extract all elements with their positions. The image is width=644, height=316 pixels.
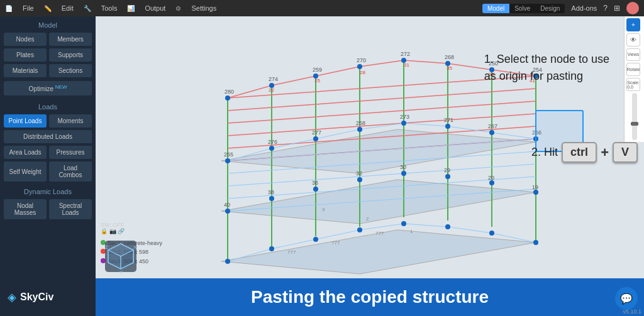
svg-point-53 — [269, 146, 274, 151]
loads-section-header: Loads — [0, 98, 96, 113]
svg-point-72 — [401, 221, 406, 226]
svg-text:3: 3 — [322, 207, 325, 212]
svg-text:250: 250 — [489, 60, 498, 67]
svg-point-58 — [489, 130, 494, 135]
output-menu[interactable]: Output — [145, 4, 165, 12]
svg-point-57 — [445, 124, 450, 129]
scale-slider[interactable] — [632, 93, 637, 140]
mode-tabs: Model Solve Design — [482, 4, 565, 13]
moments-button[interactable]: Moments — [49, 114, 92, 128]
spectral-loads-button[interactable]: Spectral Loads — [49, 199, 92, 219]
file-menu[interactable]: File — [23, 4, 34, 12]
svg-text:274: 274 — [269, 76, 278, 82]
svg-text:30: 30 — [400, 164, 406, 170]
skyciv-logo-text: SkyCiv — [20, 291, 53, 303]
sections-button[interactable]: Sections — [49, 64, 92, 77]
svg-point-67 — [533, 190, 538, 195]
axis-indicator: X Y Z — [102, 237, 140, 275]
tools-menu[interactable]: Tools — [101, 4, 118, 12]
mode-tab-solve[interactable]: Solve — [509, 4, 535, 13]
svg-text:271: 271 — [444, 117, 453, 123]
settings-menu[interactable]: Settings — [191, 4, 216, 12]
new-badge: NEW — [55, 84, 67, 90]
dynamic-loads-header: Dynamic Loads — [0, 183, 96, 198]
svg-point-65 — [445, 174, 450, 179]
area-loads-button[interactable]: Area Loads — [4, 146, 47, 159]
self-weight-button[interactable]: Self Weight — [4, 161, 47, 182]
rotate-button[interactable]: Rotate — [626, 63, 640, 76]
svg-point-44 — [225, 95, 230, 101]
svg-point-70 — [313, 237, 318, 242]
chat-button[interactable]: 💬 — [615, 287, 638, 310]
svg-point-64 — [401, 171, 406, 176]
svg-point-61 — [269, 196, 274, 201]
svg-text:X: X — [133, 244, 137, 250]
svg-text:777: 777 — [287, 249, 296, 255]
help-button[interactable]: ? — [603, 4, 608, 13]
distributed-loads-button[interactable]: Distributed Loads — [4, 130, 92, 143]
svg-text:40: 40 — [224, 202, 230, 208]
mode-tab-model[interactable]: Model — [482, 4, 509, 13]
svg-point-54 — [313, 136, 318, 141]
add-button[interactable]: + — [626, 18, 640, 31]
edit-menu[interactable]: Edit — [62, 4, 74, 12]
svg-text:31: 31 — [404, 62, 409, 68]
svg-text:777: 777 — [331, 240, 340, 246]
svg-point-60 — [225, 209, 230, 214]
sidebar-logo: ◈ SkyCiv — [0, 278, 96, 316]
svg-text:270: 270 — [357, 57, 366, 63]
sw-indicator: SW: OFF 🔒 📷 🔗 — [101, 222, 125, 234]
structure-svg: 254 250 268 272 270 259 274 280 41 38 35… — [96, 16, 644, 316]
right-toolbar: + 👁 Views Rotate Scale:0.0 — [624, 16, 644, 142]
svg-point-56 — [401, 121, 406, 126]
mode-tab-design[interactable]: Design — [535, 4, 565, 13]
svg-text:28: 28 — [360, 70, 365, 75]
nodal-masses-button[interactable]: Nodal Masses — [4, 199, 47, 219]
banner-text: Pasting the copied structure — [251, 287, 489, 307]
svg-point-75 — [533, 240, 538, 245]
plates-button[interactable]: Plates — [4, 48, 47, 62]
svg-text:20: 20 — [488, 175, 494, 181]
svg-point-71 — [357, 227, 362, 232]
svg-text:Z: Z — [105, 244, 108, 250]
svg-point-55 — [357, 127, 362, 132]
tools-icon: 🔧 — [84, 5, 91, 12]
output-icon: 📊 — [127, 5, 135, 12]
svg-point-52 — [225, 158, 230, 163]
svg-text:1: 1 — [410, 229, 413, 234]
svg-text:259: 259 — [313, 67, 322, 73]
members-button[interactable]: Members — [49, 33, 92, 46]
load-combos-button[interactable]: Load Combos — [49, 161, 92, 182]
file-icon: 📄 — [5, 5, 13, 12]
nodes-button[interactable]: Nodes — [4, 33, 47, 46]
eye-button[interactable]: 👁 — [626, 33, 640, 46]
svg-text:777: 777 — [375, 231, 384, 236]
svg-text:29: 29 — [444, 167, 450, 173]
materials-button[interactable]: Materials — [4, 64, 47, 77]
optimize-button[interactable]: Optimize NEW — [4, 81, 92, 95]
svg-point-66 — [489, 180, 494, 185]
scale-label: Scale:0.0 — [626, 78, 640, 91]
svg-point-74 — [489, 231, 494, 236]
svg-point-69 — [269, 246, 274, 251]
svg-text:19: 19 — [532, 184, 538, 190]
svg-text:Y: Y — [119, 270, 123, 275]
svg-text:38: 38 — [268, 189, 274, 195]
svg-point-62 — [313, 187, 318, 192]
addons-button[interactable]: Add-ons — [571, 4, 597, 12]
point-loads-button[interactable]: Point Loads — [4, 114, 47, 128]
svg-point-47 — [357, 64, 362, 69]
ctrl-key: ctrl — [562, 142, 597, 163]
user-avatar[interactable] — [626, 2, 639, 14]
grid-button[interactable]: ⊞ — [614, 4, 620, 13]
svg-text:276: 276 — [268, 139, 277, 145]
svg-text:41: 41 — [530, 78, 535, 84]
views-button[interactable]: Views — [626, 48, 640, 62]
svg-text:272: 272 — [401, 51, 410, 57]
v-key: V — [613, 142, 638, 163]
edit-icon: ✏️ — [44, 5, 52, 12]
pressures-button[interactable]: Pressures — [49, 146, 92, 159]
svg-text:255: 255 — [224, 151, 233, 158]
supports-button[interactable]: Supports — [49, 48, 92, 62]
skyciv-logo-icon: ◈ — [8, 290, 16, 304]
